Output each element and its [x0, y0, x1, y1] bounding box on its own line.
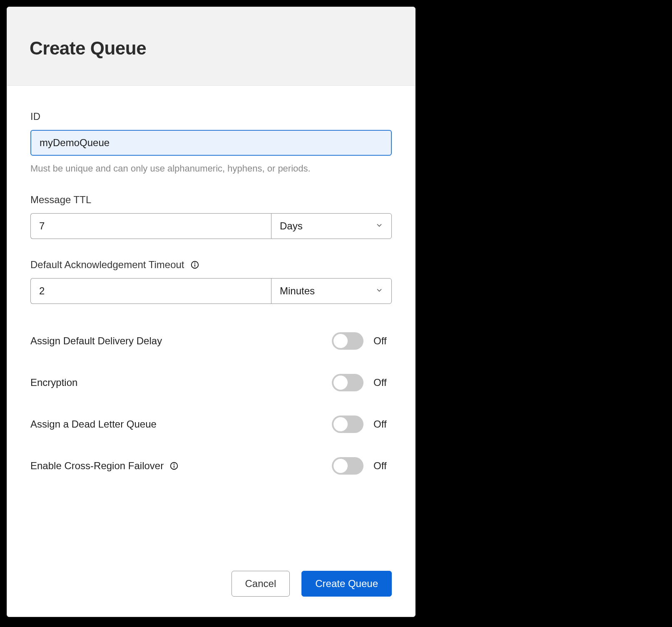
- ack-timeout-unit-value: Minutes: [271, 278, 392, 304]
- ack-timeout-unit-select[interactable]: Minutes: [271, 278, 392, 304]
- delivery-delay-label: Assign Default Delivery Delay: [30, 335, 162, 347]
- message-ttl-label: Message TTL: [30, 194, 392, 206]
- id-label: ID: [30, 111, 392, 122]
- dialog-footer: Cancel Create Queue: [7, 556, 415, 617]
- dialog-body: ID Must be unique and can only use alpha…: [7, 86, 415, 556]
- dlq-label: Assign a Dead Letter Queue: [30, 418, 157, 430]
- crossregion-label-text: Enable Cross-Region Failover: [30, 460, 164, 472]
- crossregion-switch[interactable]: [332, 457, 363, 475]
- message-ttl-unit-value: Days: [271, 213, 392, 239]
- svg-point-5: [174, 464, 174, 464]
- svg-point-2: [194, 263, 195, 263]
- field-id: ID Must be unique and can only use alpha…: [30, 111, 392, 174]
- message-ttl-unit-select[interactable]: Days: [271, 213, 392, 239]
- message-ttl-input-pair: Days: [30, 213, 392, 239]
- ack-timeout-value-input[interactable]: [30, 278, 271, 304]
- create-queue-dialog: Create Queue ID Must be unique and can o…: [7, 7, 416, 617]
- dlq-state: Off: [373, 418, 392, 430]
- id-input[interactable]: [30, 130, 392, 156]
- encryption-state: Off: [373, 377, 392, 388]
- crossregion-label: Enable Cross-Region Failover: [30, 460, 179, 472]
- create-queue-button[interactable]: Create Queue: [301, 571, 392, 597]
- crossregion-state: Off: [373, 460, 392, 472]
- field-message-ttl: Message TTL Days: [30, 194, 392, 239]
- toggle-cross-region-failover: Enable Cross-Region Failover Off: [30, 449, 392, 483]
- message-ttl-value-input[interactable]: [30, 213, 271, 239]
- delivery-delay-switch[interactable]: [332, 332, 363, 350]
- info-icon[interactable]: [169, 461, 179, 470]
- encryption-switch[interactable]: [332, 374, 363, 391]
- info-icon[interactable]: [190, 260, 199, 269]
- encryption-label: Encryption: [30, 377, 77, 388]
- id-help-text: Must be unique and can only use alphanum…: [30, 163, 392, 174]
- toggle-encryption: Encryption Off: [30, 366, 392, 400]
- cancel-button[interactable]: Cancel: [231, 571, 290, 597]
- ack-timeout-label-text: Default Acknowledgement Timeout: [30, 259, 184, 271]
- field-ack-timeout: Default Acknowledgement Timeout Minutes: [30, 259, 392, 304]
- dialog-title: Create Queue: [30, 38, 393, 59]
- toggle-dead-letter-queue: Assign a Dead Letter Queue Off: [30, 407, 392, 441]
- ack-timeout-input-pair: Minutes: [30, 278, 392, 304]
- dialog-header: Create Queue: [7, 7, 415, 86]
- delivery-delay-state: Off: [373, 335, 392, 347]
- toggle-list: Assign Default Delivery Delay Off Encryp…: [30, 324, 392, 483]
- ack-timeout-label: Default Acknowledgement Timeout: [30, 259, 392, 271]
- toggle-delivery-delay: Assign Default Delivery Delay Off: [30, 324, 392, 358]
- dlq-switch[interactable]: [332, 416, 363, 433]
